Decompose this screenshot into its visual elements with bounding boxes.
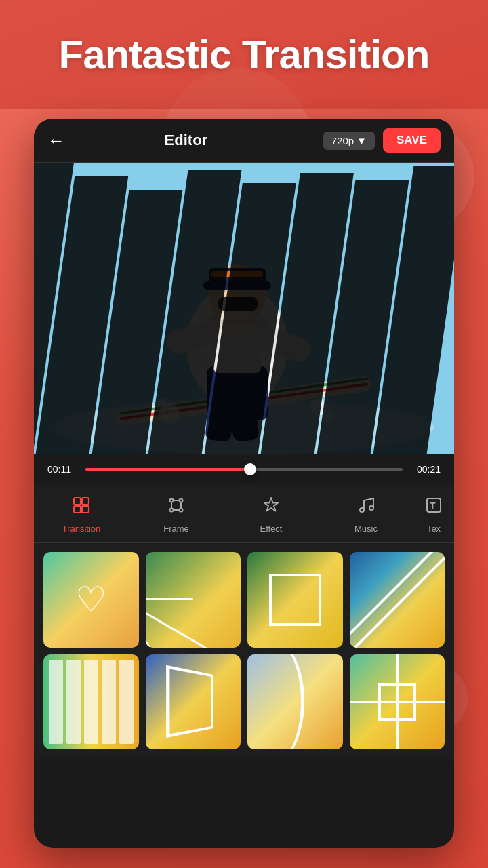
star-line-2 [146, 598, 241, 647]
quality-arrow: ▼ [357, 135, 367, 146]
quality-selector[interactable]: 720p ▼ [323, 132, 375, 150]
frame-label: Frame [163, 524, 189, 534]
stripe-2 [66, 660, 81, 745]
cross-rect [378, 683, 416, 721]
svg-rect-27 [74, 506, 81, 513]
star-lines [146, 552, 241, 648]
toolbar-item-text[interactable]: T Tex [413, 491, 454, 538]
box3d-shape [166, 665, 213, 738]
scrubber-fill [85, 468, 250, 471]
stripe-5 [119, 660, 134, 745]
transition-icon [71, 495, 92, 520]
toolbar-item-frame[interactable]: Frame [129, 491, 224, 538]
quality-label: 720p [331, 135, 354, 146]
music-label: Music [354, 524, 378, 534]
svg-text:T: T [430, 500, 436, 511]
editor-header: ← Editor 720p ▼ SAVE [34, 119, 454, 163]
bottom-toolbar: Transition Frame [34, 484, 454, 542]
thumb-stripes[interactable] [43, 654, 139, 750]
scrubber-track[interactable] [85, 468, 403, 471]
scrubber-thumb[interactable] [244, 463, 256, 475]
music-icon [356, 495, 376, 520]
svg-rect-25 [74, 498, 81, 505]
rect-border [269, 574, 321, 626]
diagonal-line-1 [350, 552, 445, 648]
svg-point-30 [180, 499, 183, 502]
top-banner: Fantastic Transition [0, 0, 488, 108]
stripe-1 [49, 660, 63, 745]
svg-rect-26 [82, 498, 89, 505]
text-label: Tex [427, 524, 441, 534]
effect-icon [261, 495, 281, 520]
toolbar-item-effect[interactable]: Effect [224, 491, 319, 538]
svg-point-39 [369, 506, 373, 510]
svg-point-29 [170, 499, 174, 502]
effect-label: Effect [260, 524, 282, 534]
thumb-star[interactable] [146, 552, 241, 648]
current-time: 00:11 [47, 464, 76, 475]
stripe-3 [84, 660, 98, 745]
thumb-heart[interactable] [43, 552, 139, 648]
svg-marker-37 [264, 498, 278, 511]
star-line-1 [146, 598, 193, 600]
frame-icon [166, 495, 186, 520]
star-line-3 [146, 599, 195, 648]
end-time: 00:21 [412, 464, 441, 475]
curve-shape [247, 654, 304, 750]
toolbar-item-transition[interactable]: Transition [34, 491, 129, 538]
slat-transition-overlay [34, 163, 454, 454]
diagonal-line-2 [350, 552, 445, 648]
toolbar-item-music[interactable]: Music [319, 491, 413, 538]
thumbnails-grid [34, 542, 454, 759]
svg-rect-28 [82, 506, 89, 513]
editor-title: Editor [76, 132, 296, 149]
headline: Fantastic Transition [59, 31, 430, 78]
timeline-area: 00:11 00:21 [34, 454, 454, 484]
svg-point-38 [360, 508, 364, 512]
back-button[interactable]: ← [47, 130, 65, 151]
svg-point-31 [170, 509, 174, 512]
thumb-rect[interactable] [247, 552, 343, 648]
phone-mockup: ← Editor 720p ▼ SAVE [34, 119, 454, 848]
text-icon: T [424, 495, 444, 520]
thumb-cross[interactable] [350, 654, 445, 750]
video-preview [34, 163, 454, 454]
svg-point-32 [180, 509, 183, 512]
stripe-4 [102, 660, 116, 745]
save-button[interactable]: SAVE [383, 128, 441, 153]
thumb-box3d[interactable] [146, 654, 241, 750]
thumb-curve[interactable] [247, 654, 343, 750]
transition-label: Transition [62, 524, 101, 534]
thumb-diagonal[interactable] [350, 552, 445, 648]
